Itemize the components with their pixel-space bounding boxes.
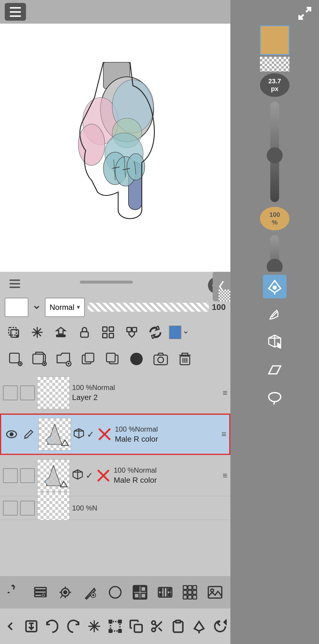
- svg-rect-52: [107, 353, 115, 362]
- svg-rect-70: [35, 591, 46, 593]
- panel-menu-button[interactable]: [6, 275, 24, 292]
- svg-rect-31: [103, 327, 107, 331]
- back-btn[interactable]: [0, 614, 21, 638]
- rotate-tool-btn[interactable]: [4, 580, 27, 604]
- feather-tool-btn[interactable]: [263, 303, 287, 326]
- layer-name-2[interactable]: Male R color: [114, 476, 220, 485]
- color-swatch-secondary[interactable]: [260, 57, 289, 71]
- svg-rect-88: [134, 593, 139, 598]
- layer-eye-btn[interactable]: [4, 427, 19, 442]
- blend-mode-dropdown[interactable]: Normal ▾: [45, 298, 85, 317]
- layer-edit-checkbox2[interactable]: [20, 468, 35, 483]
- layer-name-selected[interactable]: Male R color: [115, 435, 219, 444]
- collapse-panel-btn[interactable]: [213, 272, 230, 301]
- svg-line-126: [159, 628, 162, 631]
- undo-btn[interactable]: [42, 614, 63, 638]
- fill-circle-btn[interactable]: [126, 348, 147, 370]
- layer-x-btn2[interactable]: [95, 468, 111, 484]
- flatten-btn[interactable]: [27, 322, 48, 343]
- svg-rect-30: [81, 332, 88, 337]
- svg-rect-42: [33, 354, 43, 364]
- lasso-btn[interactable]: [263, 386, 287, 409]
- layer-pencil-btn[interactable]: [21, 427, 36, 442]
- scissors-btn[interactable]: [147, 614, 167, 638]
- merge-btn[interactable]: [121, 322, 142, 343]
- color-box-button[interactable]: [5, 298, 28, 317]
- layer-3d-btn[interactable]: [73, 428, 84, 441]
- pen-nib-tool-btn[interactable]: [263, 275, 287, 298]
- color-tool-btn[interactable]: [168, 322, 190, 343]
- layer-name[interactable]: Layer 2: [72, 393, 220, 402]
- layers-tool-btn[interactable]: [29, 580, 52, 604]
- svg-rect-103: [188, 591, 192, 594]
- hand-illustration: [65, 62, 165, 233]
- clip-mask-btn[interactable]: [50, 322, 71, 343]
- svg-rect-95: [160, 589, 162, 591]
- pencil-settings-btn[interactable]: [79, 580, 102, 604]
- color-swatch-primary[interactable]: [260, 25, 289, 55]
- layer-options-btn2[interactable]: ≡: [223, 471, 227, 480]
- 3d-cursor-btn[interactable]: [263, 330, 287, 354]
- svg-line-127: [155, 624, 157, 626]
- svg-point-109: [211, 589, 214, 592]
- pen-tool-btn[interactable]: [188, 614, 209, 638]
- copy-layer-btn[interactable]: [3, 322, 24, 343]
- layer-options-btn[interactable]: ≡: [223, 388, 227, 398]
- layer-visibility-checkbox[interactable]: [3, 386, 18, 400]
- add-layer-btn[interactable]: [5, 348, 26, 370]
- layer-visibility-checkbox3[interactable]: [3, 501, 18, 515]
- expand-btn[interactable]: [293, 3, 317, 24]
- svg-rect-37: [10, 353, 19, 363]
- svg-rect-21: [9, 328, 17, 335]
- layer-info-selected: 100 %Normal Male R color: [115, 425, 219, 444]
- brush-settings-btn[interactable]: [53, 580, 77, 604]
- svg-rect-101: [193, 586, 197, 589]
- svg-rect-87: [141, 587, 146, 591]
- grid9-tool-btn[interactable]: [178, 580, 202, 604]
- size-slider-track[interactable]: [270, 102, 279, 202]
- layer-percent: 100 %Normal: [115, 425, 219, 433]
- panel-top-bar: [0, 272, 230, 295]
- film-tool-btn[interactable]: [153, 580, 177, 604]
- grid4-tool-btn[interactable]: [128, 580, 152, 604]
- import-btn[interactable]: [21, 614, 42, 638]
- sublayer-btn[interactable]: [102, 348, 123, 370]
- menu-button[interactable]: [5, 3, 26, 21]
- svg-rect-98: [168, 594, 170, 596]
- layer-edit-checkbox[interactable]: [20, 386, 35, 400]
- transform-btn[interactable]: [105, 614, 126, 638]
- layer-visibility-checkbox2[interactable]: [3, 468, 18, 483]
- svg-rect-122: [134, 625, 142, 632]
- brush-size-btn[interactable]: 23.7 px: [260, 73, 289, 97]
- layer-percent2: 100 %Normal: [114, 466, 220, 474]
- transform-layer-btn[interactable]: [145, 322, 166, 343]
- arrange-btn[interactable]: [97, 322, 119, 343]
- layer-info-2: 100 %Normal Male R color: [114, 466, 220, 485]
- eraser-btn[interactable]: [263, 358, 287, 382]
- layer-edit-checkbox3[interactable]: [20, 501, 35, 515]
- circle-tool-btn[interactable]: [103, 580, 127, 604]
- paste-btn[interactable]: [167, 614, 188, 638]
- image-tool-btn[interactable]: [203, 580, 227, 604]
- delete-layer-btn[interactable]: [174, 348, 196, 370]
- layer-3d-btn2[interactable]: [72, 469, 83, 482]
- color-chevron[interactable]: [31, 302, 42, 313]
- layer-options-btn[interactable]: ≡: [222, 430, 226, 439]
- copy-btn[interactable]: [126, 614, 147, 638]
- lock-btn[interactable]: [74, 322, 95, 343]
- camera-btn[interactable]: [150, 348, 171, 370]
- sparkle-btn[interactable]: [84, 614, 105, 638]
- duplicate-layer-btn[interactable]: [77, 348, 99, 370]
- rotate-left-btn[interactable]: [209, 614, 230, 638]
- redo-btn[interactable]: [63, 614, 84, 638]
- add-group-btn[interactable]: [53, 348, 74, 370]
- opacity-btn[interactable]: 100 %: [260, 207, 289, 230]
- canvas-area[interactable]: [0, 24, 230, 272]
- size-slider-thumb[interactable]: [267, 147, 283, 163]
- layer-mode-row: Normal ▾ 100: [0, 295, 230, 319]
- panel-handle[interactable]: [80, 281, 133, 284]
- opacity-bar[interactable]: [88, 303, 209, 312]
- layer-x-btn[interactable]: [97, 426, 113, 442]
- add-from-file-btn[interactable]: [29, 348, 50, 370]
- svg-rect-120: [109, 630, 112, 632]
